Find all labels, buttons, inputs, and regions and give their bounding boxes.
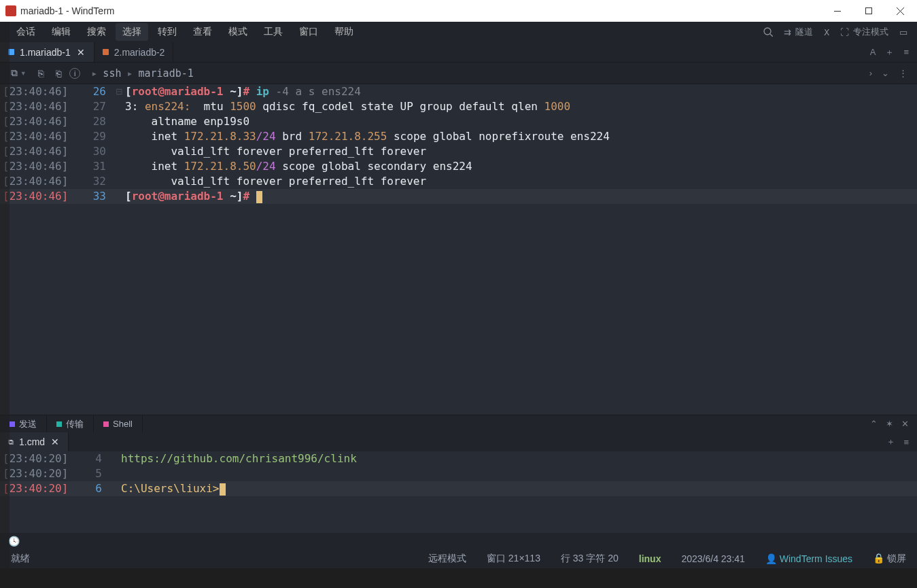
history-icon[interactable]: 🕓 — [8, 536, 20, 547]
terminal-line: [23:40:46] 30 valid_lft forever preferre… — [0, 144, 917, 159]
more-menu-icon[interactable]: ⋮ — [899, 68, 907, 78]
chevron-right-icon: ▸ — [91, 67, 97, 80]
bottom-tab-label: 传输 — [66, 418, 84, 430]
menu-item[interactable]: 转到 — [151, 23, 184, 41]
tabs-add-icon[interactable]: ＋ — [885, 46, 894, 58]
subtab-menu-icon[interactable]: ≡ — [903, 437, 909, 447]
terminal-line: [23:40:46] 33 [root@mariadb-1 ~]# — [0, 189, 917, 204]
fold-mark — [113, 174, 125, 189]
bottom-tab[interactable]: 传输 — [47, 415, 94, 432]
svg-rect-0 — [834, 11, 841, 12]
panel-gear-icon[interactable]: ✶ — [886, 419, 893, 429]
info-icon[interactable]: i — [69, 68, 80, 79]
terminal-text: C:\Users\liuxi> — [121, 481, 226, 496]
tab-label: 1.mariadb-1 — [20, 47, 71, 58]
line-number: 33 — [79, 189, 113, 204]
line-number: 29 — [79, 129, 113, 144]
timestamp: [23:40:46] — [0, 84, 79, 99]
status-cursor-pos: 行 33 字符 20 — [561, 553, 619, 565]
fold-mark — [109, 451, 121, 466]
menu-item[interactable]: 搜索 — [80, 23, 113, 41]
folder-open-icon[interactable]: ⎘ — [34, 68, 48, 79]
folder-add-icon[interactable]: ⎗ — [52, 68, 65, 79]
timestamp: [23:40:46] — [0, 189, 79, 204]
menu-item[interactable]: 窗口 — [292, 23, 325, 41]
issues-icon: 👤 — [765, 553, 777, 564]
shell-terminal[interactable]: [23:40:20] 4 https://github.com/chrisant… — [0, 451, 917, 533]
terminal-line: [23:40:46] 32 valid_lft forever preferre… — [0, 174, 917, 189]
menu-item[interactable]: 会话 — [10, 23, 42, 41]
session-tab[interactable]: 2.mariadb-2 — [94, 42, 174, 62]
menu-item[interactable]: 工具 — [257, 23, 290, 41]
line-number: 6 — [79, 481, 109, 496]
terminal-text: inet 172.21.8.33/24 brd 172.21.8.255 sco… — [125, 129, 610, 144]
tunnel-icon: ⇉ — [784, 27, 791, 37]
subtab-add-icon[interactable]: ＋ — [886, 436, 895, 448]
status-ready: 就绪 — [11, 553, 30, 565]
close-button[interactable] — [884, 0, 916, 22]
timestamp: [23:40:46] — [0, 159, 79, 174]
maximize-button[interactable] — [853, 0, 884, 22]
menu-item[interactable]: 查看 — [186, 23, 219, 41]
focus-mode-label: 专注模式 — [853, 26, 888, 38]
terminal-text: 3: ens224: mtu 1500 qdisc fq_codel state… — [125, 99, 570, 114]
menu-item[interactable]: 编辑 — [45, 23, 77, 41]
history-next-icon[interactable]: › — [869, 68, 872, 78]
fold-mark — [113, 99, 125, 114]
new-window-icon[interactable]: ⧉ ▾ — [7, 67, 30, 79]
status-lock[interactable]: 🔒 锁屏 — [873, 553, 906, 565]
terminal-line: [23:40:20] 5 — [0, 466, 917, 481]
search-icon[interactable] — [763, 27, 773, 37]
tunnel-label: 隧道 — [795, 26, 813, 38]
bottom-tab[interactable]: Shell — [94, 415, 143, 432]
line-number: 27 — [79, 99, 113, 114]
terminal-text: [root@mariadb-1 ~]# — [125, 189, 262, 204]
terminal-text: altname enp19s0 — [125, 114, 249, 129]
tab-color-dot — [103, 421, 109, 427]
panel-toggle-icon[interactable]: ▭ — [899, 27, 907, 37]
crumb-scheme[interactable]: ssh — [103, 67, 121, 80]
line-number: 4 — [79, 451, 109, 466]
tab-cmd[interactable]: ⧉ 1.cmd ✕ — [0, 432, 69, 451]
crumb-host[interactable]: mariadb-1 — [138, 67, 193, 80]
statusbar: 就绪 远程模式 窗口 21×113 行 33 字符 20 linux 2023/… — [0, 549, 917, 568]
fold-mark — [113, 159, 125, 174]
session-tab[interactable]: 1.mariadb-1 ✕ — [0, 42, 94, 62]
timestamp: [23:40:46] — [0, 129, 79, 144]
tabs-filter-icon[interactable]: A — [870, 47, 876, 57]
status-datetime: 2023/6/4 23:41 — [681, 553, 744, 564]
panel-close-icon[interactable]: ✕ — [901, 419, 909, 429]
location-bar: ⧉ ▾ ⎘ ⎗ i ▸ ssh ▸ mariadb-1 › ⌄ ⋮ — [0, 63, 917, 84]
terminal-line: [23:40:46] 26 ⊟ [root@mariadb-1 ~]# ip -… — [0, 84, 917, 99]
x-indicator[interactable]: X — [824, 27, 829, 37]
close-icon[interactable]: ✕ — [50, 436, 60, 447]
tabs-menu-icon[interactable]: ≡ — [903, 47, 909, 57]
main-terminal[interactable]: [23:40:46] 26 ⊟ [root@mariadb-1 ~]# ip -… — [0, 84, 917, 415]
close-icon[interactable]: ✕ — [76, 47, 86, 58]
tunnel-action[interactable]: ⇉ 隧道 — [784, 26, 813, 38]
history-dropdown-icon[interactable]: ⌄ — [882, 68, 889, 78]
titlebar: mariadb-1 - WindTerm — [0, 0, 917, 22]
menu-item[interactable]: 模式 — [222, 23, 254, 41]
focus-mode-action[interactable]: ⛶ 专注模式 — [840, 26, 888, 38]
timestamp: [23:40:46] — [0, 174, 79, 189]
fold-mark[interactable]: ⊟ — [113, 84, 125, 99]
session-tabs: 1.mariadb-1 ✕ 2.mariadb-2 A ＋ ≡ — [0, 42, 917, 63]
panel-up-icon[interactable]: ⌃ — [870, 419, 878, 429]
window-title: mariadb-1 - WindTerm — [20, 5, 114, 16]
status-remote-mode[interactable]: 远程模式 — [428, 553, 466, 565]
status-os: linux — [639, 553, 661, 564]
timestamp: [23:40:46] — [0, 144, 79, 159]
menu-item[interactable]: 帮助 — [328, 23, 360, 41]
tab-color-dot — [103, 49, 109, 55]
minimize-button[interactable] — [822, 0, 853, 22]
menu-item[interactable]: 选择 — [116, 23, 148, 41]
cursor — [256, 191, 262, 203]
line-number: 26 — [79, 84, 113, 99]
fold-mark — [109, 481, 121, 496]
terminal-text: [root@mariadb-1 ~]# ip -4 a s ens224 — [125, 84, 361, 99]
shell-sub-tabs: ⧉ 1.cmd ✕ ＋ ≡ — [0, 432, 917, 451]
status-issues[interactable]: 👤 WindTerm Issues — [765, 553, 852, 564]
terminal-line: [23:40:46] 28 altname enp19s0 — [0, 114, 917, 129]
fold-mark — [113, 144, 125, 159]
